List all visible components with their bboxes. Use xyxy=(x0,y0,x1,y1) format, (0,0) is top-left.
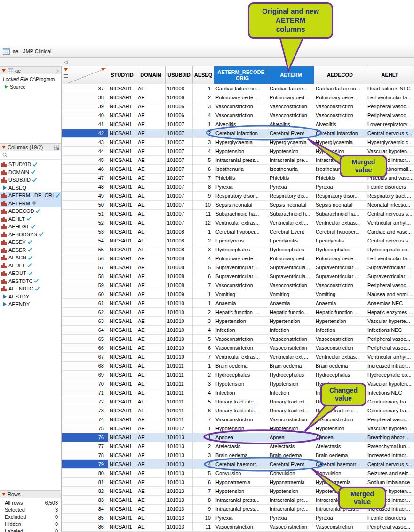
cell-aedecod[interactable]: Vasoconstriction xyxy=(314,344,366,353)
cell-aehlt[interactable]: Central nervous s... xyxy=(366,236,414,245)
cell-aeseq[interactable]: 3 xyxy=(193,245,214,254)
cell-aehlt[interactable]: Nausea and vomi... xyxy=(366,290,414,299)
cell-aehlt[interactable]: Cardiac and vasc... xyxy=(366,227,414,236)
cell-aehlt[interactable]: Left ventricular fa... xyxy=(366,254,414,263)
cell-aeterm_recode_orig[interactable]: Pulmonary oede... xyxy=(214,254,268,263)
cell-aedecod[interactable]: Brain oedema xyxy=(314,451,366,460)
row-number[interactable]: 72 xyxy=(62,397,108,406)
cell-studyid[interactable]: NICSAH1 xyxy=(108,308,136,317)
cell-aeterm_recode_orig[interactable]: Hyponatraemia xyxy=(214,478,268,487)
cell-domain[interactable]: AE xyxy=(136,397,166,406)
cell-usubjid[interactable]: 101007 xyxy=(166,174,193,183)
cell-aeseq[interactable]: 1 xyxy=(193,424,214,433)
cell-aedecod[interactable]: Pulmonary oede... xyxy=(314,254,366,263)
row-number[interactable]: 86 xyxy=(62,523,108,532)
cell-usubjid[interactable]: 101008 xyxy=(166,254,193,263)
column-item-aestdy[interactable]: AESTDY xyxy=(0,293,61,301)
cell-aeterm_recode_orig[interactable]: Vasoconstriction xyxy=(214,102,268,111)
cell-aeterm[interactable]: Vasoconstriction xyxy=(268,335,314,344)
cell-aedecod[interactable]: Brain oedema xyxy=(314,362,366,371)
cell-domain[interactable]: AE xyxy=(136,201,166,210)
cell-aeseq[interactable]: 11 xyxy=(193,523,214,532)
row-number[interactable]: 64 xyxy=(62,326,108,335)
cell-usubjid[interactable]: 101006 xyxy=(166,84,193,93)
cell-aehlt[interactable]: Seizures and seiz... xyxy=(366,469,414,478)
cell-aedecod[interactable]: Hypotension xyxy=(314,424,366,433)
source-disclosure-icon[interactable] xyxy=(5,85,8,89)
column-item-aeacn[interactable]: AEACN xyxy=(0,254,61,262)
column-item-aeterm...de_orig[interactable]: AETERM...DE_ORIG xyxy=(0,192,61,200)
cell-aehlt[interactable]: Central nervous s... xyxy=(366,129,414,138)
cell-domain[interactable]: AE xyxy=(136,111,166,120)
cell-aehlt[interactable]: Peripheral vasoc... xyxy=(366,281,414,290)
row-number[interactable]: 65 xyxy=(62,335,108,344)
cell-aehlt[interactable]: Peripheral vasoc... xyxy=(366,523,414,532)
cell-aeterm[interactable]: Cardiac failure ... xyxy=(268,84,314,93)
cell-aeseq[interactable]: 1 xyxy=(193,290,214,299)
cell-aeseq[interactable]: 5 xyxy=(193,156,214,165)
cell-aeseq[interactable]: 3 xyxy=(193,102,214,111)
cell-usubjid[interactable]: 101013 xyxy=(166,451,193,460)
cell-aeterm_recode_orig[interactable]: Atelectasis xyxy=(214,442,268,451)
cell-studyid[interactable]: NICSAH1 xyxy=(108,156,136,165)
cell-aeseq[interactable]: 4 xyxy=(193,388,214,397)
rows-stat-hidden[interactable]: Hidden0 xyxy=(0,520,61,527)
cell-aeterm_recode_orig[interactable]: Infection xyxy=(214,388,268,397)
cell-aehlt[interactable]: Hydrocephalic co... xyxy=(366,371,414,379)
cell-aeterm_recode_orig[interactable]: Ventricular extras... xyxy=(214,353,268,362)
cell-domain[interactable]: AE xyxy=(136,290,166,299)
cell-domain[interactable]: AE xyxy=(136,326,166,335)
cell-aehlt[interactable]: Supraventricular ... xyxy=(366,272,414,281)
cell-aeseq[interactable]: 3 xyxy=(193,379,214,388)
cell-aeterm[interactable]: Vasoconstriction xyxy=(268,415,314,424)
cell-studyid[interactable]: NICSAH1 xyxy=(108,147,136,156)
cell-domain[interactable]: AE xyxy=(136,523,166,532)
cell-aeterm[interactable]: Intracranial pre... xyxy=(268,505,314,514)
row-number[interactable]: 80 xyxy=(62,469,108,478)
cell-aehlt[interactable]: Neonatal infectio... xyxy=(366,201,414,210)
cell-aeterm[interactable]: Hypertension xyxy=(268,317,314,326)
cell-aeterm_recode_orig[interactable]: Hepatic function ... xyxy=(214,308,268,317)
cell-aeterm[interactable]: Phlebitis xyxy=(268,174,314,183)
row-number[interactable]: 47 xyxy=(62,174,108,183)
cell-domain[interactable]: AE xyxy=(136,147,166,156)
cell-domain[interactable]: AE xyxy=(136,102,166,111)
cell-studyid[interactable]: NICSAH1 xyxy=(108,326,136,335)
cell-aeterm[interactable]: Apnea xyxy=(268,433,314,442)
cell-aehlt[interactable]: Vascular hypoten... xyxy=(366,424,414,433)
cell-domain[interactable]: AE xyxy=(136,210,166,218)
cell-aeterm_recode_orig[interactable]: Cerebral haemorr... xyxy=(214,460,268,469)
column-item-aeendy[interactable]: AEENDY xyxy=(0,300,61,308)
row-number[interactable]: 42 xyxy=(62,129,108,138)
cell-studyid[interactable]: NICSAH1 xyxy=(108,102,136,111)
cell-aehlt[interactable]: Febrile disorders xyxy=(366,514,414,523)
cell-aehlt[interactable]: Lower respiratory... xyxy=(366,120,414,129)
cell-aeseq[interactable]: 12 xyxy=(193,218,214,227)
cell-aeterm[interactable]: Subarachnoid h... xyxy=(268,210,314,218)
cell-domain[interactable]: AE xyxy=(136,460,166,469)
cell-usubjid[interactable]: 101011 xyxy=(166,371,193,379)
cell-aeseq[interactable]: 7 xyxy=(193,415,214,424)
row-number[interactable]: 58 xyxy=(62,272,108,281)
cell-aeterm[interactable]: Infection xyxy=(268,326,314,335)
cell-usubjid[interactable]: 101008 xyxy=(166,272,193,281)
cell-aeterm_recode_orig[interactable]: Alveolitis xyxy=(214,120,268,129)
cell-studyid[interactable]: NICSAH1 xyxy=(108,120,136,129)
cell-domain[interactable]: AE xyxy=(136,227,166,236)
cell-aeseq[interactable]: 2 xyxy=(193,93,214,102)
cell-studyid[interactable]: NICSAH1 xyxy=(108,335,136,344)
cell-aeterm_recode_orig[interactable]: Respiratory disor... xyxy=(214,192,268,201)
cell-usubjid[interactable]: 101007 xyxy=(166,129,193,138)
cell-aedecod[interactable]: Vasoconstriction xyxy=(314,415,366,424)
cell-studyid[interactable]: NICSAH1 xyxy=(108,397,136,406)
cell-usubjid[interactable]: 101008 xyxy=(166,245,193,254)
cell-aedecod[interactable]: Subarachnoid ha... xyxy=(314,210,366,218)
cell-aeterm_recode_orig[interactable]: Ependymitis xyxy=(214,236,268,245)
cell-aeterm_recode_orig[interactable]: Sepsis neonatal xyxy=(214,201,268,210)
red-triangle-menu-icon[interactable] xyxy=(2,493,6,496)
cell-aeterm[interactable]: Intracranial pre... xyxy=(268,156,314,165)
cell-aeterm[interactable]: Vasoconstriction xyxy=(268,102,314,111)
cell-aehlt[interactable]: Sodium imbalance xyxy=(366,478,414,487)
cell-studyid[interactable]: NICSAH1 xyxy=(108,371,136,379)
row-number[interactable]: 56 xyxy=(62,254,108,263)
